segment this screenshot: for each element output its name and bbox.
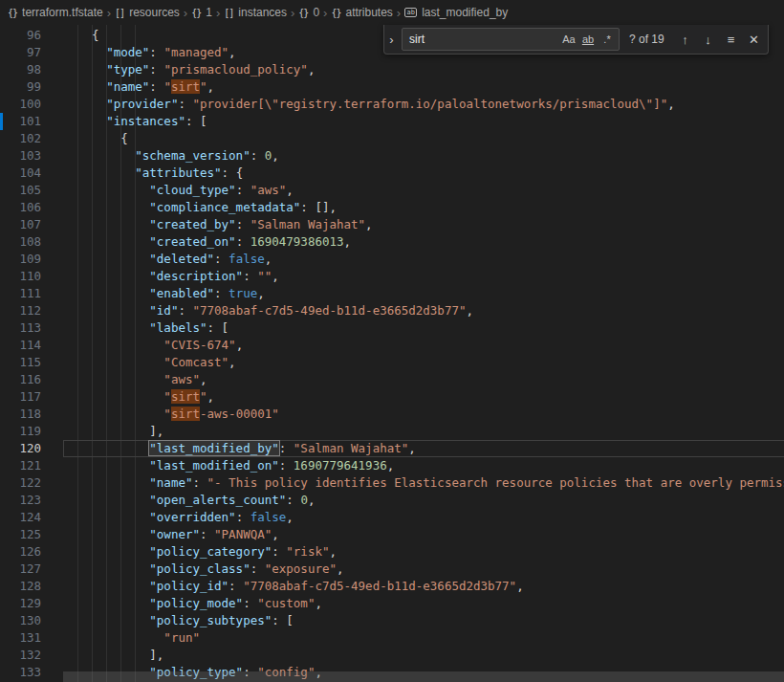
code-line-111[interactable]: 111 "enabled": true,: [0, 285, 784, 302]
code-line-113[interactable]: 113 "labels": [: [0, 319, 784, 337]
line-content: "run": [63, 629, 784, 647]
line-number[interactable]: 107: [0, 216, 63, 233]
code-line-99[interactable]: 99 "name": "sirt",: [0, 78, 784, 96]
code-line-114[interactable]: 114 "CVIS-674",: [0, 337, 784, 354]
code-line-107[interactable]: 107 "created_by": "Salman Wajahat",: [0, 216, 784, 233]
line-number[interactable]: 114: [0, 337, 63, 354]
code-line-123[interactable]: 123 "open_alerts_count": 0,: [0, 492, 784, 509]
code-line-129[interactable]: 129 "policy_mode": "custom",: [0, 595, 784, 612]
symbol-string-icon: ab: [404, 8, 417, 17]
line-number[interactable]: 102: [0, 130, 63, 147]
line-number[interactable]: 111: [0, 285, 63, 302]
code-line-117[interactable]: 117 "sirt",: [0, 388, 784, 406]
line-number[interactable]: 110: [0, 268, 63, 285]
line-number[interactable]: 96: [0, 27, 63, 44]
code-line-102[interactable]: 102 {: [0, 130, 784, 147]
breadcrumb-item-0[interactable]: {}0: [298, 6, 319, 19]
line-number[interactable]: 101: [0, 113, 63, 130]
code-line-127[interactable]: 127 "policy_class": "exposure",: [0, 561, 784, 578]
line-number[interactable]: 99: [0, 78, 63, 96]
line-content: {: [63, 130, 784, 147]
line-number[interactable]: 124: [0, 509, 63, 526]
toggle-replace-button[interactable]: ›: [384, 25, 399, 54]
json-string: "aws": [250, 183, 287, 197]
breadcrumb-separator: ›: [323, 6, 327, 20]
previous-match-button[interactable]: ↑: [675, 30, 695, 50]
code-line-122[interactable]: 122 "name": "- This policy identifies El…: [0, 474, 784, 492]
symbol-object-icon: {}: [331, 8, 340, 18]
code-line-104[interactable]: 104 "attributes": {: [0, 165, 784, 182]
line-number[interactable]: 119: [0, 423, 63, 440]
line-number[interactable]: 113: [0, 319, 63, 337]
code-line-126[interactable]: 126 "policy_category": "risk",: [0, 543, 784, 561]
line-number[interactable]: 122: [0, 474, 63, 492]
line-number[interactable]: 123: [0, 492, 63, 509]
breadcrumb-item-attributes[interactable]: {}attributes: [331, 6, 392, 19]
line-number[interactable]: 108: [0, 233, 63, 251]
breadcrumb-item-instances[interactable]: []instances: [224, 6, 287, 19]
code-line-125[interactable]: 125 "owner": "PANWQA",: [0, 526, 784, 543]
code-line-103[interactable]: 103 "schema_version": 0,: [0, 147, 784, 165]
code-line-132[interactable]: 132 ],: [0, 647, 784, 664]
code-line-98[interactable]: 98 "type": "prismacloud_policy",: [0, 61, 784, 78]
breadcrumb-item-1[interactable]: {}1: [191, 6, 212, 19]
line-number[interactable]: 97: [0, 44, 63, 61]
line-number[interactable]: 120: [0, 440, 63, 457]
close-find-button[interactable]: ✕: [744, 30, 764, 50]
line-number[interactable]: 109: [0, 251, 63, 268]
line-number[interactable]: 131: [0, 629, 63, 647]
line-number[interactable]: 128: [0, 578, 63, 595]
code-line-120[interactable]: 120 "last_modified_by": "Salman Wajahat"…: [0, 440, 784, 457]
regex-button[interactable]: .*: [598, 30, 617, 49]
line-number[interactable]: 130: [0, 612, 63, 629]
line-number[interactable]: 121: [0, 457, 63, 474]
line-number[interactable]: 118: [0, 406, 63, 423]
breadcrumb-item-resources[interactable]: []resources: [115, 6, 180, 19]
line-number[interactable]: 133: [0, 664, 63, 681]
code-line-110[interactable]: 110 "description": "",: [0, 268, 784, 285]
line-number[interactable]: 112: [0, 302, 63, 319]
whole-word-button[interactable]: ab: [578, 30, 598, 49]
breadcrumb-item-last_modified_by[interactable]: ablast_modified_by: [404, 6, 508, 19]
code-line-121[interactable]: 121 "last_modified_on": 1690779641936,: [0, 457, 784, 474]
line-number[interactable]: 117: [0, 388, 63, 406]
code-line-131[interactable]: 131 "run": [0, 629, 784, 647]
punctuation: ,: [236, 338, 244, 352]
line-number[interactable]: 100: [0, 96, 63, 113]
line-number[interactable]: 126: [0, 543, 63, 561]
line-number[interactable]: 125: [0, 526, 63, 543]
code-line-112[interactable]: 112 "id": "7708abaf-c7d5-49ed-b11d-e3665…: [0, 302, 784, 319]
code-line-128[interactable]: 128 "policy_id": "7708abaf-c7d5-49ed-b11…: [0, 578, 784, 595]
find-in-selection-button[interactable]: ≡: [721, 30, 741, 50]
punctuation: :: [243, 596, 257, 610]
line-number[interactable]: 116: [0, 371, 63, 388]
code-line-109[interactable]: 109 "deleted": false,: [0, 251, 784, 268]
line-number[interactable]: 103: [0, 147, 63, 165]
line-number[interactable]: 98: [0, 61, 63, 78]
line-number[interactable]: 115: [0, 354, 63, 371]
line-number[interactable]: 106: [0, 199, 63, 216]
json-key: "policy_mode": [149, 596, 243, 610]
find-input[interactable]: sirt Aa ab .*: [402, 28, 620, 51]
code-line-124[interactable]: 124 "overridden": false,: [0, 509, 784, 526]
line-number[interactable]: 129: [0, 595, 63, 612]
line-number[interactable]: 104: [0, 165, 63, 182]
match-case-button[interactable]: Aa: [559, 30, 578, 49]
code-line-116[interactable]: 116 "aws",: [0, 371, 784, 388]
line-number[interactable]: 127: [0, 561, 63, 578]
code-line-130[interactable]: 130 "policy_subtypes": [: [0, 612, 784, 629]
next-match-button[interactable]: ↓: [698, 30, 718, 50]
code-line-101[interactable]: 101 "instances": [: [0, 113, 784, 130]
horizontal-scrollbar[interactable]: [63, 671, 784, 682]
punctuation: ,: [229, 45, 236, 59]
code-line-119[interactable]: 119 ],: [0, 423, 784, 440]
code-line-115[interactable]: 115 "Comcast",: [0, 354, 784, 371]
breadcrumb-item-terraform.tfstate[interactable]: {}terraform.tfstate: [8, 6, 103, 19]
code-line-108[interactable]: 108 "created_on": 1690479386013,: [0, 233, 784, 251]
line-number[interactable]: 105: [0, 182, 63, 199]
code-line-100[interactable]: 100 "provider": "provider[\"registry.ter…: [0, 96, 784, 113]
code-line-105[interactable]: 105 "cloud_type": "aws",: [0, 182, 784, 199]
code-line-106[interactable]: 106 "compliance_metadata": [],: [0, 199, 784, 216]
line-number[interactable]: 132: [0, 647, 63, 664]
code-line-118[interactable]: 118 "sirt-aws-00001": [0, 406, 784, 423]
